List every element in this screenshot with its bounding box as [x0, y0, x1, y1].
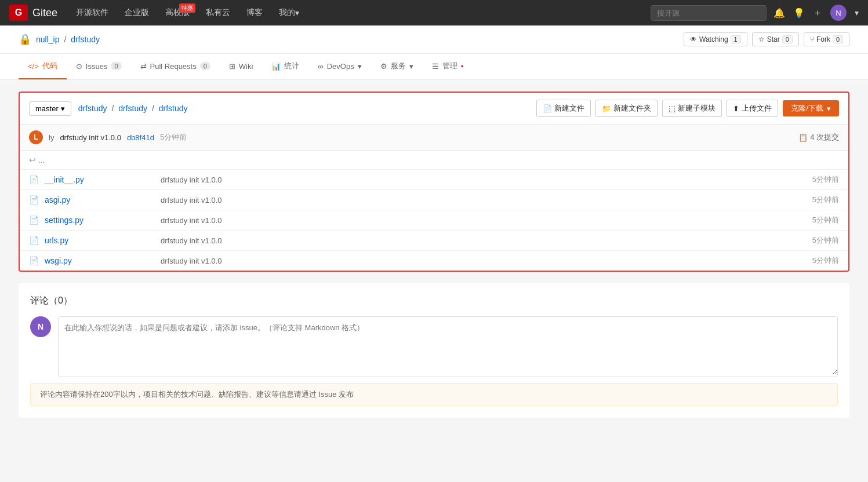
file-browser-right: 📄 新建文件 📁 新建文件夹 ⬚ 新建子模块 ⬆ 上传文件 克隆/下载 — [536, 100, 839, 117]
tab-pullrequests[interactable]: ⇄ Pull Requests 0 — [131, 54, 220, 79]
back-directory-row[interactable]: ↩ ... — [20, 151, 848, 170]
breadcrumb-part3[interactable]: drfstudy — [159, 104, 188, 113]
file-name-1[interactable]: asgi.py — [45, 195, 161, 205]
file-commit-1: drfstudy init v1.0.0 — [161, 196, 812, 205]
file-time-3: 5分钟前 — [812, 235, 839, 246]
commit-author-name: ly — [49, 133, 54, 142]
tab-code[interactable]: </> 代码 — [19, 54, 67, 79]
bulb-icon[interactable]: 💡 — [793, 8, 805, 19]
watching-count: 1 — [731, 35, 741, 43]
file-name-0[interactable]: __init__.py — [45, 175, 161, 184]
upload-file-button[interactable]: ⬆ 上传文件 — [727, 100, 778, 117]
plus-icon[interactable]: ＋ — [813, 7, 822, 19]
file-row: 📄 __init__.py drfstudy init v1.0.0 5分钟前 — [20, 170, 848, 190]
file-path-breadcrumb: drfstudy / drfstudy / drfstudy — [78, 104, 188, 113]
history-icon: 📋 — [798, 133, 808, 142]
nav-mine[interactable]: 我的 ▾ — [272, 0, 306, 25]
pr-icon: ⇄ — [140, 62, 147, 71]
branch-dropdown-icon: ▾ — [61, 104, 65, 113]
file-icon: 📄 — [29, 216, 39, 225]
upload-icon: ⬆ — [733, 104, 739, 113]
clone-label: 克隆/下载 — [791, 103, 823, 114]
repo-breadcrumb: null_ip / drfstudy — [36, 35, 100, 44]
gitee-logo-icon: G — [9, 5, 28, 21]
submodule-icon: ⬚ — [669, 104, 675, 113]
file-name-2[interactable]: settings.py — [45, 216, 161, 225]
tab-wiki[interactable]: ⊞ Wiki — [220, 54, 263, 79]
pr-badge: 0 — [200, 62, 210, 70]
repo-action-buttons: 👁 Watching 1 ☆ Star 0 ⑂ Fork 0 — [684, 32, 849, 46]
comment-box — [58, 316, 838, 377]
tab-issues[interactable]: ⊙ Issues 0 — [67, 54, 131, 79]
nav-university[interactable]: 高校版 特惠 — [158, 0, 197, 25]
new-submodule-button[interactable]: ⬚ 新建子模块 — [662, 100, 722, 117]
clone-download-button[interactable]: 克隆/下载 ▾ — [783, 100, 839, 116]
tab-devops[interactable]: ∞ DevOps ▾ — [308, 54, 371, 79]
bell-icon[interactable]: 🔔 — [773, 8, 785, 19]
file-name-3[interactable]: urls.py — [45, 236, 161, 245]
issues-badge: 0 — [111, 62, 121, 70]
commit-message[interactable]: drfstudy init v1.0.0 — [60, 133, 121, 142]
stats-icon: 📊 — [271, 62, 281, 71]
tab-stats[interactable]: 📊 统计 — [262, 54, 308, 79]
avatar-dropdown-icon[interactable]: ▾ — [855, 8, 859, 17]
new-folder-icon: 📁 — [602, 104, 611, 113]
repo-name-link[interactable]: drfstudy — [71, 35, 100, 44]
watching-button[interactable]: 👁 Watching 1 — [684, 32, 747, 46]
fork-icon: ⑂ — [810, 35, 814, 43]
file-time-1: 5分钟前 — [812, 195, 839, 205]
file-icon: 📄 — [29, 256, 39, 265]
comment-input-area: N — [30, 316, 838, 377]
breadcrumb-part1[interactable]: drfstudy — [78, 104, 107, 113]
comment-hint: 评论内容请保持在200字以内，项目相关的技术问题、缺陷报告、建议等信息请通过 I… — [30, 383, 838, 406]
logo[interactable]: G Gitee — [9, 5, 57, 21]
nav-private-cloud[interactable]: 私有云 — [199, 0, 237, 25]
manage-icon: ☰ — [432, 62, 439, 71]
fork-label: Fork — [816, 35, 830, 43]
nav-links: 开源软件 企业版 高校版 特惠 私有云 博客 我的 ▾ — [69, 0, 651, 25]
comment-textarea[interactable] — [59, 317, 837, 375]
file-commit-3: drfstudy init v1.0.0 — [161, 236, 812, 245]
file-row: 📄 asgi.py drfstudy init v1.0.0 5分钟前 — [20, 190, 848, 210]
tab-manage[interactable]: ☰ 管理 • — [423, 54, 473, 79]
eye-icon: 👁 — [690, 35, 697, 43]
file-browser: master ▾ drfstudy / drfstudy / drfstudy … — [19, 92, 849, 272]
devops-icon: ∞ — [318, 62, 323, 71]
tab-services[interactable]: ⚙ 服务 ▾ — [371, 54, 423, 79]
search-bar[interactable] — [651, 5, 767, 21]
star-button[interactable]: ☆ Star 0 — [752, 32, 799, 46]
new-file-icon: 📄 — [543, 104, 552, 113]
file-name-4[interactable]: wsgi.py — [45, 256, 161, 265]
back-label: ... — [38, 155, 45, 165]
commit-hash[interactable]: db8f41d — [127, 133, 154, 142]
repo-tabs: </> 代码 ⊙ Issues 0 ⇄ Pull Requests 0 ⊞ Wi… — [0, 54, 868, 80]
file-browser-left: master ▾ drfstudy / drfstudy / drfstudy — [29, 101, 188, 116]
fork-count: 0 — [833, 35, 843, 43]
gitee-logo-text: Gitee — [32, 7, 57, 19]
nav-icon-group: 🔔 💡 ＋ N ▾ — [773, 5, 859, 21]
comments-title: 评论（0） — [30, 295, 838, 307]
search-input[interactable] — [651, 5, 767, 21]
clone-dropdown-icon: ▾ — [827, 104, 831, 113]
file-time-2: 5分钟前 — [812, 215, 839, 225]
file-icon: 📄 — [29, 236, 39, 245]
fork-button[interactable]: ⑂ Fork 0 — [804, 32, 849, 46]
special-badge: 特惠 — [179, 3, 195, 13]
star-count: 0 — [782, 35, 793, 43]
breadcrumb-part2[interactable]: drfstudy — [118, 104, 147, 113]
branch-selector[interactable]: master ▾ — [29, 101, 71, 116]
comment-user-avatar: N — [30, 316, 51, 337]
nav-blog[interactable]: 博客 — [239, 0, 270, 25]
file-row: 📄 wsgi.py drfstudy init v1.0.0 5分钟前 — [20, 251, 848, 271]
new-folder-button[interactable]: 📁 新建文件夹 — [595, 100, 658, 117]
new-file-button[interactable]: 📄 新建文件 — [536, 100, 591, 117]
file-row: 📄 urls.py drfstudy init v1.0.0 5分钟前 — [20, 231, 848, 251]
commit-info-bar: L ly drfstudy init v1.0.0 db8f41d 5分钟前 📋… — [20, 125, 848, 151]
repo-owner-link[interactable]: null_ip — [36, 35, 59, 44]
commit-count[interactable]: 📋 4 次提交 — [798, 132, 839, 143]
star-label: Star — [767, 35, 780, 43]
nav-opensource[interactable]: 开源软件 — [69, 0, 115, 25]
nav-enterprise[interactable]: 企业版 — [118, 0, 156, 25]
branch-label: master — [35, 104, 59, 113]
user-avatar[interactable]: N — [830, 5, 847, 21]
